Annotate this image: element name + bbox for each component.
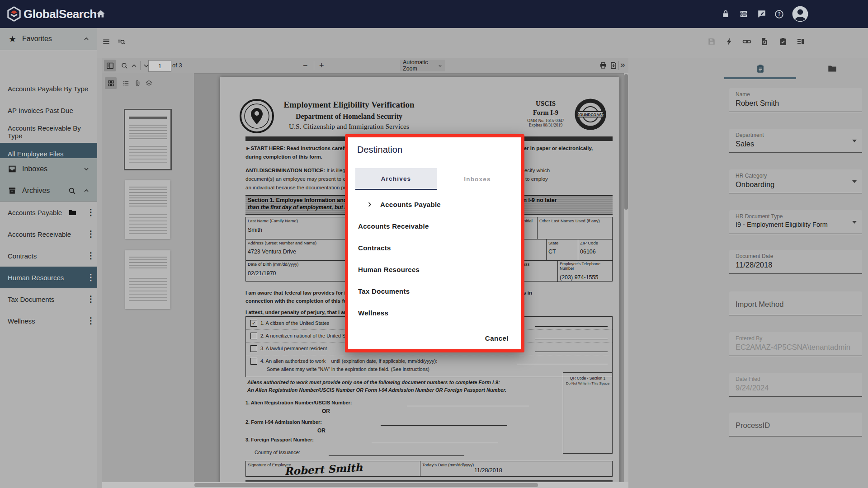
tab-folder[interactable] [796, 58, 868, 79]
menu-hamburger-icon[interactable] [99, 34, 114, 49]
more-tools-icon[interactable]: » [620, 60, 625, 70]
help-icon[interactable]: ? [771, 6, 787, 22]
inboxes-section-header[interactable]: Inboxes [0, 158, 97, 180]
archive-item-tax-documents[interactable]: Tax Documents ⋮ [0, 288, 97, 310]
chevron-down-icon[interactable] [83, 165, 90, 173]
destination-item-wellness[interactable]: Wellness [348, 302, 531, 324]
or-label: OR [322, 408, 330, 414]
field-import-method[interactable]: Import Method [729, 291, 862, 315]
star-icon: ★ [9, 34, 17, 44]
field-process-id[interactable]: ProcessID [729, 413, 862, 436]
zoom-select[interactable]: Automatic Zoom [400, 60, 445, 71]
clipboard-check-icon[interactable] [775, 34, 791, 49]
archive-item-contracts[interactable]: Contracts ⋮ [0, 245, 97, 267]
archives-section-header[interactable]: Archives [0, 180, 97, 202]
link-icon[interactable] [739, 34, 755, 49]
dialog-tab-inboxes[interactable]: Inboxes [437, 168, 518, 190]
dialog-title: Destination [357, 145, 402, 155]
field-name[interactable]: Name Robert Smith [729, 88, 862, 112]
horizontal-scrollbar[interactable] [102, 482, 628, 488]
form-header: Employment Eligibility Verification Depa… [270, 100, 428, 131]
checkbox-empty [250, 333, 257, 339]
kebab-menu-icon[interactable]: ⋮ [86, 294, 96, 304]
document-search-icon[interactable] [757, 34, 772, 49]
pdf-toolbar: of 3 − + Automatic Zoom » [102, 58, 628, 74]
field-document-date[interactable]: Document Date 11/28/2018 [729, 250, 862, 274]
chevron-up-icon[interactable] [83, 35, 90, 42]
clipboard-icon [755, 64, 765, 74]
destination-item-tax-documents[interactable]: Tax Documents [348, 280, 531, 302]
layers-icon[interactable] [143, 77, 155, 89]
aliens-note-2: An Alien Registration Number/USCIS Numbe… [247, 387, 506, 393]
favorites-section-header[interactable]: ★ Favorites [0, 28, 97, 50]
user-avatar[interactable] [792, 5, 809, 23]
destination-item-accounts-receivable[interactable]: Accounts Receivable [348, 215, 531, 237]
attachments-icon[interactable] [132, 77, 143, 89]
dialog-tab-archives[interactable]: Archives [355, 168, 437, 190]
archive-item-human-resources[interactable]: Human Resources ⋮ [0, 267, 97, 288]
alien-number-line: 1. Alien Registration Number/USCIS Numbe… [245, 400, 352, 405]
toolbar-divider [618, 61, 619, 70]
workflow-lightning-icon[interactable] [722, 34, 737, 49]
dropdown-arrow-icon[interactable] [852, 140, 857, 142]
dropdown-arrow-icon[interactable] [852, 180, 857, 183]
save-button[interactable] [704, 34, 719, 49]
page-thumbnail-1[interactable] [125, 110, 170, 169]
index-fields-panel: Name Robert Smith Department Sales HR Ca… [724, 58, 868, 488]
archive-item-wellness[interactable]: Wellness ⋮ [0, 310, 97, 332]
chevron-up-icon[interactable] [83, 187, 90, 194]
kebab-menu-icon[interactable]: ⋮ [86, 229, 96, 239]
panel-layout-icon[interactable] [793, 34, 808, 49]
archive-item-accounts-receivable[interactable]: Accounts Receivable ⋮ [0, 223, 97, 245]
kebab-menu-icon[interactable]: ⋮ [86, 316, 96, 326]
search-in-list-icon[interactable] [113, 34, 129, 49]
toggle-sidebar-icon[interactable] [104, 60, 116, 71]
destination-item-accounts-payable[interactable]: Accounts Payable [348, 193, 521, 215]
kebab-menu-icon[interactable]: ⋮ [86, 272, 96, 282]
sidebar-item-accounts-payable-by-type[interactable]: Accounts Payable By Type [0, 78, 97, 99]
feedback-chat-icon[interactable] [754, 6, 769, 22]
home-button[interactable] [93, 6, 108, 22]
page-thumbnail-2[interactable] [125, 180, 170, 239]
toolbar-divider [140, 61, 141, 70]
zoom-out-icon[interactable]: − [303, 61, 308, 70]
zoom-in-icon[interactable]: + [319, 61, 324, 70]
search-icon[interactable] [68, 187, 76, 195]
dropdown-arrow-icon[interactable] [852, 221, 857, 224]
apps-grid-icon[interactable] [736, 6, 751, 22]
thumbnail-view-icon[interactable] [105, 77, 117, 89]
signature-row: Signature of Employee Robert Smith Today… [245, 461, 613, 477]
destination-item-human-resources[interactable]: Human Resources [348, 258, 531, 280]
aware-text-2: connection with the completion of this f… [245, 298, 355, 304]
field-entered-by: Entered By EC2AMAZ-4P5CSNA\tenantadmin [729, 332, 862, 356]
form-number-block: USCIS Form I-9 OMB No. 1615-0047 Expires… [516, 100, 575, 127]
app-title: GlobalSearch [24, 7, 97, 21]
app-bar: GlobalSearch ? [0, 0, 868, 28]
chevron-right-icon[interactable] [366, 201, 373, 208]
lock-icon[interactable] [718, 6, 733, 22]
checkbox-label-4: 4. An alien authorized to work until (ex… [260, 358, 437, 364]
kebab-menu-icon[interactable]: ⋮ [86, 251, 96, 261]
checkbox-label-3: 3. A lawful permanent resident [260, 346, 327, 351]
tab-index-data[interactable] [724, 58, 796, 79]
cancel-button[interactable]: Cancel [481, 332, 512, 345]
page-number-input[interactable] [148, 60, 171, 72]
field-hr-document-type[interactable]: HR Document Type I9 - Employment Eligibi… [729, 210, 862, 234]
page-thumbnail-3[interactable] [125, 250, 170, 309]
field-department[interactable]: Department Sales [729, 129, 862, 153]
archive-box-icon [8, 186, 17, 195]
employee-signature: Robert Smith [284, 461, 363, 477]
sidebar-item-accounts-receivable-by-type[interactable]: Accounts Receivable By Type [0, 121, 97, 143]
vertical-scrollbar[interactable] [624, 73, 628, 488]
kebab-menu-icon[interactable]: ⋮ [86, 207, 96, 217]
destination-item-contracts[interactable]: Contracts [348, 237, 531, 258]
outline-view-icon[interactable] [120, 77, 132, 89]
previous-page-icon[interactable] [129, 60, 139, 71]
field-hr-category[interactable]: HR Category Onboarding [729, 169, 862, 193]
download-icon[interactable] [608, 60, 619, 71]
sidebar-item-ap-invoices-past-due[interactable]: AP Invoices Past Due [0, 99, 97, 121]
start-here-text-2: during completion of this form. [245, 154, 322, 160]
active-tab-indicator [724, 77, 796, 79]
archive-item-accounts-payable[interactable]: Accounts Payable ⋮ [0, 202, 97, 223]
field-date-filed: Date Filed 9/24/2024 [729, 373, 862, 397]
